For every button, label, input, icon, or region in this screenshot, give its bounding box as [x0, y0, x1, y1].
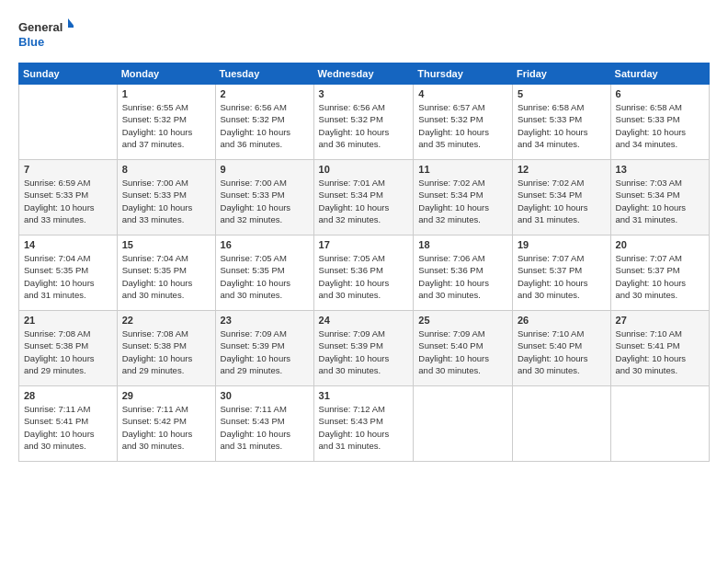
- calendar-cell-w2d2: 8Sunrise: 7:00 AM Sunset: 5:33 PM Daylig…: [117, 160, 215, 236]
- day-info: Sunrise: 7:07 AM Sunset: 5:37 PM Dayligh…: [518, 252, 606, 301]
- calendar-cell-w2d1: 7Sunrise: 6:59 AM Sunset: 5:33 PM Daylig…: [19, 160, 118, 236]
- day-info: Sunrise: 7:11 AM Sunset: 5:43 PM Dayligh…: [221, 403, 309, 452]
- day-number: 9: [221, 164, 309, 175]
- calendar-cell-w4d5: 25Sunrise: 7:09 AM Sunset: 5:40 PM Dayli…: [414, 311, 513, 386]
- day-info: Sunrise: 6:57 AM Sunset: 5:32 PM Dayligh…: [418, 101, 507, 150]
- calendar-cell-w3d2: 15Sunrise: 7:04 AM Sunset: 5:35 PM Dayli…: [117, 236, 215, 311]
- day-number: 26: [518, 315, 606, 326]
- calendar-cell-w4d1: 21Sunrise: 7:08 AM Sunset: 5:38 PM Dayli…: [19, 311, 118, 386]
- day-number: 12: [518, 164, 606, 175]
- header: General Blue: [18, 17, 710, 53]
- header-tuesday: Tuesday: [215, 63, 313, 85]
- day-number: 4: [418, 88, 507, 99]
- day-number: 14: [24, 239, 112, 250]
- day-number: 10: [319, 164, 409, 175]
- calendar-cell-w5d4: 31Sunrise: 7:12 AM Sunset: 5:43 PM Dayli…: [313, 386, 414, 462]
- day-number: 24: [319, 315, 409, 326]
- calendar-table: SundayMondayTuesdayWednesdayThursdayFrid…: [18, 63, 710, 462]
- calendar-cell-w1d6: 5Sunrise: 6:58 AM Sunset: 5:33 PM Daylig…: [512, 85, 610, 160]
- calendar-cell-w3d1: 14Sunrise: 7:04 AM Sunset: 5:35 PM Dayli…: [19, 236, 118, 311]
- day-number: 15: [122, 239, 210, 250]
- day-number: 13: [616, 164, 704, 175]
- svg-text:Blue: Blue: [18, 35, 44, 49]
- day-info: Sunrise: 7:08 AM Sunset: 5:38 PM Dayligh…: [24, 327, 112, 376]
- day-info: Sunrise: 7:08 AM Sunset: 5:38 PM Dayligh…: [122, 327, 210, 376]
- calendar-cell-w2d4: 10Sunrise: 7:01 AM Sunset: 5:34 PM Dayli…: [313, 160, 414, 236]
- day-info: Sunrise: 7:09 AM Sunset: 5:39 PM Dayligh…: [221, 327, 309, 376]
- calendar-cell-w3d5: 18Sunrise: 7:06 AM Sunset: 5:36 PM Dayli…: [414, 236, 513, 311]
- calendar-cell-w4d7: 27Sunrise: 7:10 AM Sunset: 5:41 PM Dayli…: [610, 311, 709, 386]
- calendar-cell-w5d3: 30Sunrise: 7:11 AM Sunset: 5:43 PM Dayli…: [215, 386, 313, 462]
- day-info: Sunrise: 6:56 AM Sunset: 5:32 PM Dayligh…: [319, 101, 409, 150]
- day-number: 5: [518, 88, 606, 99]
- calendar-cell-w1d4: 3Sunrise: 6:56 AM Sunset: 5:32 PM Daylig…: [313, 85, 414, 160]
- day-info: Sunrise: 7:01 AM Sunset: 5:34 PM Dayligh…: [319, 177, 409, 225]
- calendar-cell-w5d7: [610, 386, 709, 462]
- day-info: Sunrise: 7:06 AM Sunset: 5:36 PM Dayligh…: [418, 252, 507, 301]
- page: General Blue SundayMondayTuesdayWednesda…: [0, 0, 728, 563]
- day-info: Sunrise: 7:10 AM Sunset: 5:41 PM Dayligh…: [616, 327, 704, 376]
- header-sunday: Sunday: [19, 63, 118, 85]
- calendar-cell-w4d4: 24Sunrise: 7:09 AM Sunset: 5:39 PM Dayli…: [313, 311, 414, 386]
- day-info: Sunrise: 7:11 AM Sunset: 5:42 PM Dayligh…: [122, 403, 210, 452]
- day-info: Sunrise: 7:03 AM Sunset: 5:34 PM Dayligh…: [616, 177, 704, 225]
- day-info: Sunrise: 6:55 AM Sunset: 5:32 PM Dayligh…: [122, 101, 210, 150]
- day-info: Sunrise: 6:59 AM Sunset: 5:33 PM Dayligh…: [24, 177, 112, 225]
- calendar-week-2: 7Sunrise: 6:59 AM Sunset: 5:33 PM Daylig…: [19, 160, 710, 236]
- calendar-cell-w5d1: 28Sunrise: 7:11 AM Sunset: 5:41 PM Dayli…: [19, 386, 118, 462]
- day-info: Sunrise: 7:00 AM Sunset: 5:33 PM Dayligh…: [122, 177, 210, 225]
- calendar-cell-w2d7: 13Sunrise: 7:03 AM Sunset: 5:34 PM Dayli…: [610, 160, 709, 236]
- day-info: Sunrise: 6:58 AM Sunset: 5:33 PM Dayligh…: [518, 101, 606, 150]
- day-number: 20: [616, 239, 704, 250]
- header-monday: Monday: [117, 63, 215, 85]
- day-number: 1: [122, 88, 210, 99]
- day-info: Sunrise: 7:09 AM Sunset: 5:40 PM Dayligh…: [418, 327, 507, 376]
- calendar-cell-w1d3: 2Sunrise: 6:56 AM Sunset: 5:32 PM Daylig…: [215, 85, 313, 160]
- day-number: 19: [518, 239, 606, 250]
- calendar-week-5: 28Sunrise: 7:11 AM Sunset: 5:41 PM Dayli…: [19, 386, 710, 462]
- day-info: Sunrise: 7:05 AM Sunset: 5:36 PM Dayligh…: [319, 252, 409, 301]
- day-number: 23: [221, 315, 309, 326]
- calendar-cell-w1d5: 4Sunrise: 6:57 AM Sunset: 5:32 PM Daylig…: [414, 85, 513, 160]
- logo-svg: General Blue: [18, 17, 74, 53]
- day-number: 27: [616, 315, 704, 326]
- header-wednesday: Wednesday: [313, 63, 414, 85]
- calendar-week-4: 21Sunrise: 7:08 AM Sunset: 5:38 PM Dayli…: [19, 311, 710, 386]
- calendar-header-row: SundayMondayTuesdayWednesdayThursdayFrid…: [19, 63, 710, 85]
- calendar-cell-w5d2: 29Sunrise: 7:11 AM Sunset: 5:42 PM Dayli…: [117, 386, 215, 462]
- calendar-cell-w3d3: 16Sunrise: 7:05 AM Sunset: 5:35 PM Dayli…: [215, 236, 313, 311]
- calendar-cell-w5d5: [414, 386, 513, 462]
- day-number: 11: [418, 164, 507, 175]
- calendar-cell-w2d3: 9Sunrise: 7:00 AM Sunset: 5:33 PM Daylig…: [215, 160, 313, 236]
- day-info: Sunrise: 7:07 AM Sunset: 5:37 PM Dayligh…: [616, 252, 704, 301]
- calendar-cell-w4d3: 23Sunrise: 7:09 AM Sunset: 5:39 PM Dayli…: [215, 311, 313, 386]
- day-number: 16: [221, 239, 309, 250]
- header-friday: Friday: [512, 63, 610, 85]
- calendar-cell-w1d7: 6Sunrise: 6:58 AM Sunset: 5:33 PM Daylig…: [610, 85, 709, 160]
- calendar-cell-w3d4: 17Sunrise: 7:05 AM Sunset: 5:36 PM Dayli…: [313, 236, 414, 311]
- day-number: 7: [24, 164, 112, 175]
- calendar-cell-w3d6: 19Sunrise: 7:07 AM Sunset: 5:37 PM Dayli…: [512, 236, 610, 311]
- calendar-cell-w3d7: 20Sunrise: 7:07 AM Sunset: 5:37 PM Dayli…: [610, 236, 709, 311]
- day-number: 31: [319, 390, 409, 401]
- day-info: Sunrise: 7:02 AM Sunset: 5:34 PM Dayligh…: [418, 177, 507, 225]
- calendar-cell-w4d2: 22Sunrise: 7:08 AM Sunset: 5:38 PM Dayli…: [117, 311, 215, 386]
- calendar-cell-w2d5: 11Sunrise: 7:02 AM Sunset: 5:34 PM Dayli…: [414, 160, 513, 236]
- day-info: Sunrise: 7:05 AM Sunset: 5:35 PM Dayligh…: [221, 252, 309, 301]
- calendar-cell-w2d6: 12Sunrise: 7:02 AM Sunset: 5:34 PM Dayli…: [512, 160, 610, 236]
- day-number: 22: [122, 315, 210, 326]
- header-saturday: Saturday: [610, 63, 709, 85]
- calendar-week-1: 1Sunrise: 6:55 AM Sunset: 5:32 PM Daylig…: [19, 85, 710, 160]
- day-info: Sunrise: 7:02 AM Sunset: 5:34 PM Dayligh…: [518, 177, 606, 225]
- day-info: Sunrise: 7:04 AM Sunset: 5:35 PM Dayligh…: [24, 252, 112, 301]
- day-number: 6: [616, 88, 704, 99]
- day-info: Sunrise: 7:09 AM Sunset: 5:39 PM Dayligh…: [319, 327, 409, 376]
- day-number: 29: [122, 390, 210, 401]
- day-number: 8: [122, 164, 210, 175]
- day-number: 21: [24, 315, 112, 326]
- calendar-cell-w5d6: [512, 386, 610, 462]
- day-number: 25: [418, 315, 507, 326]
- day-number: 2: [221, 88, 309, 99]
- day-number: 18: [418, 239, 507, 250]
- calendar-cell-w1d1: [19, 85, 118, 160]
